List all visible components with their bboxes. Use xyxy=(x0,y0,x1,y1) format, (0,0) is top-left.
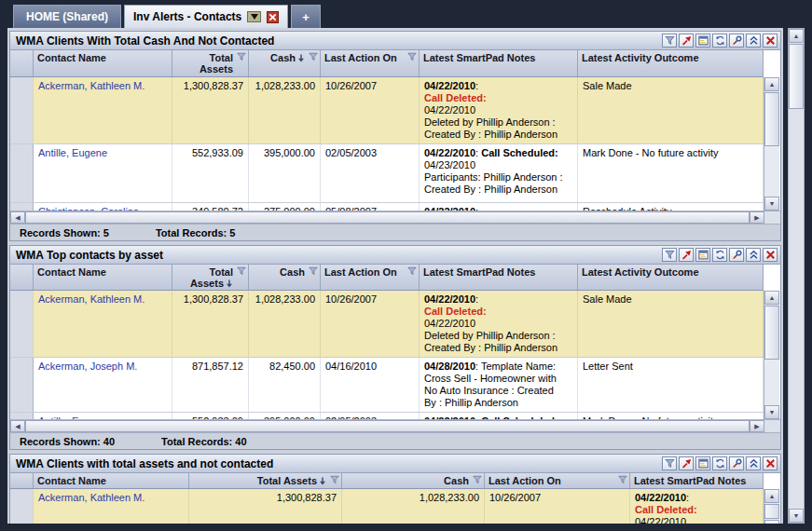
grid-scroll-down-icon[interactable]: ▼ xyxy=(764,520,779,524)
column-header-last-action-on[interactable]: Last Action On xyxy=(321,50,420,77)
column-header-latest-smartpad-notes[interactable]: Latest SmartPad Notes xyxy=(420,265,578,291)
page-scroll-up-icon[interactable]: ▲ xyxy=(789,29,804,43)
table-row[interactable]: Ackerman, Kathleen M.1,300,828.371,028,2… xyxy=(10,489,764,524)
grid-scroll-track[interactable] xyxy=(764,147,779,197)
column-header-latest-smartpad-notes[interactable]: Latest SmartPad Notes xyxy=(420,50,578,77)
row-selector[interactable] xyxy=(10,291,34,357)
column-header-contact-name[interactable]: Contact Name xyxy=(34,50,172,77)
column-header-cash[interactable]: Cash xyxy=(249,50,321,77)
page-scroll-down-icon[interactable]: ▼ xyxy=(789,509,804,523)
grid-hscroll-thumb[interactable] xyxy=(25,211,750,224)
table-row[interactable]: Antille, Eugene552,933.09395,000.0002/05… xyxy=(10,144,764,203)
column-header-total-assets[interactable]: Total Assets xyxy=(189,473,342,489)
column-header-contact-name[interactable]: Contact Name xyxy=(34,473,189,489)
column-header-cash[interactable]: Cash xyxy=(342,473,485,489)
column-header-contact-name[interactable]: Contact Name xyxy=(34,265,172,291)
grid-vertical-scrollbar[interactable]: ▲▼ xyxy=(764,77,779,211)
grid-scroll-right-icon[interactable]: ▶ xyxy=(750,211,764,224)
tab-inv-alerts-contacts[interactable]: Inv Alerts - Contacts xyxy=(124,5,288,28)
column-header-latest-smartpad-notes[interactable]: Latest SmartPad Notes xyxy=(630,473,764,489)
grid-horizontal-scrollbar[interactable]: ◀▶ xyxy=(10,211,780,224)
collapse-icon[interactable] xyxy=(746,248,761,262)
column-header-latest-activity-outcome[interactable]: Latest Activity Outcome xyxy=(578,50,764,77)
grid-hscroll-thumb[interactable] xyxy=(25,420,750,432)
grid-scroll-up-icon[interactable]: ▲ xyxy=(764,291,779,305)
filter-funnel-icon[interactable] xyxy=(473,475,482,486)
contact-name-link[interactable]: Antille, Eugene xyxy=(38,415,107,419)
column-header-last-action-on[interactable]: Last Action On xyxy=(321,265,420,291)
close-icon[interactable] xyxy=(763,248,778,262)
page-scroll-thumb[interactable] xyxy=(789,44,804,109)
filter-funnel-icon[interactable] xyxy=(309,266,318,278)
filter-icon[interactable] xyxy=(662,248,677,262)
refresh-icon[interactable] xyxy=(712,248,727,262)
tools-icon[interactable] xyxy=(729,456,744,470)
window-icon[interactable] xyxy=(695,248,710,262)
filter-funnel-icon[interactable] xyxy=(330,475,339,486)
row-selector[interactable] xyxy=(10,144,34,202)
grid-scroll-left-icon[interactable]: ◀ xyxy=(10,211,25,224)
contact-name-link[interactable]: Ackerman, Kathleen M. xyxy=(38,293,145,305)
grid-scroll-down-icon[interactable]: ▼ xyxy=(764,197,779,211)
column-header-last-action-on[interactable]: Last Action On xyxy=(485,473,630,489)
table-row[interactable]: Ackerman, Kathleen M.1,300,828.371,028,2… xyxy=(10,291,764,358)
column-header-cash[interactable]: Cash xyxy=(249,265,321,291)
column-header-total-assets[interactable]: Total Assets xyxy=(172,265,249,291)
page-scroll-track[interactable] xyxy=(789,110,804,509)
table-row[interactable]: Ackerman, Kathleen M.1,300,828.371,028,2… xyxy=(10,77,764,144)
grid-vertical-scrollbar[interactable]: ▲▼ xyxy=(764,291,779,419)
row-selector[interactable] xyxy=(10,358,34,412)
filter-funnel-icon[interactable] xyxy=(407,266,417,278)
collapse-icon[interactable] xyxy=(746,456,761,470)
filter-funnel-icon[interactable] xyxy=(237,266,246,278)
row-selector[interactable] xyxy=(10,203,34,211)
contact-name-link[interactable]: Ackerman, Joseph M. xyxy=(38,361,137,372)
grid-scroll-up-icon[interactable]: ▲ xyxy=(764,489,779,503)
contact-name-link[interactable]: Ackerman, Kathleen M. xyxy=(38,80,145,91)
tools-icon[interactable] xyxy=(729,248,744,262)
grid-horizontal-scrollbar[interactable]: ◀▶ xyxy=(10,419,780,432)
grid-vertical-scrollbar[interactable]: ▲▼ xyxy=(764,489,779,524)
tab-home-shared[interactable]: HOME (Shared) xyxy=(13,5,121,28)
tab-close-icon[interactable] xyxy=(267,11,279,23)
refresh-icon[interactable] xyxy=(712,456,727,470)
new-tab-button[interactable]: + xyxy=(291,5,321,28)
filter-funnel-icon[interactable] xyxy=(237,52,246,63)
grid-scroll-thumb[interactable] xyxy=(764,92,779,146)
refresh-icon[interactable] xyxy=(712,34,727,48)
close-icon[interactable] xyxy=(763,456,778,470)
filter-icon[interactable] xyxy=(662,34,677,48)
filter-icon[interactable] xyxy=(662,456,677,470)
grid-scroll-left-icon[interactable]: ◀ xyxy=(10,420,25,432)
grid-scroll-thumb[interactable] xyxy=(764,504,779,519)
column-header-latest-activity-outcome[interactable]: Latest Activity Outcome xyxy=(578,265,764,291)
contact-name-link[interactable]: Antille, Eugene xyxy=(38,147,107,158)
row-selector[interactable] xyxy=(10,413,34,419)
grid-scroll-thumb[interactable] xyxy=(764,306,779,360)
contact-name-link[interactable]: Christiansen, Carolina xyxy=(38,206,139,211)
grid-scroll-track[interactable] xyxy=(764,361,779,405)
grid-scroll-right-icon[interactable]: ▶ xyxy=(750,420,764,432)
row-selector[interactable] xyxy=(10,489,34,524)
tab-dropdown-icon[interactable] xyxy=(247,11,261,22)
filter-funnel-icon[interactable] xyxy=(309,52,318,63)
window-icon[interactable] xyxy=(695,34,710,48)
contact-name-link[interactable]: Ackerman, Kathleen M. xyxy=(38,492,145,503)
collapse-icon[interactable] xyxy=(746,34,761,48)
window-icon[interactable] xyxy=(695,456,710,470)
close-icon[interactable] xyxy=(763,34,778,48)
pin-icon[interactable] xyxy=(679,34,694,48)
table-row[interactable]: Ackerman, Joseph M.871,857.1282,450.0004… xyxy=(10,358,764,413)
row-selector[interactable] xyxy=(10,77,34,143)
table-row[interactable]: Christiansen, Carolina349,580.72275,000.… xyxy=(10,203,764,211)
filter-funnel-icon[interactable] xyxy=(618,475,627,486)
page-scrollbar[interactable]: ▲ ▼ xyxy=(788,28,805,524)
filter-funnel-icon[interactable] xyxy=(407,52,417,63)
table-row[interactable]: Antille, Eugene552,933.09395,000.0002/05… xyxy=(10,413,764,419)
grid-scroll-down-icon[interactable]: ▼ xyxy=(764,405,779,419)
grid-scroll-up-icon[interactable]: ▲ xyxy=(764,77,779,91)
column-header-total-assets[interactable]: Total Assets xyxy=(172,50,249,77)
tools-icon[interactable] xyxy=(729,34,744,48)
pin-icon[interactable] xyxy=(679,248,694,262)
pin-icon[interactable] xyxy=(679,456,694,470)
